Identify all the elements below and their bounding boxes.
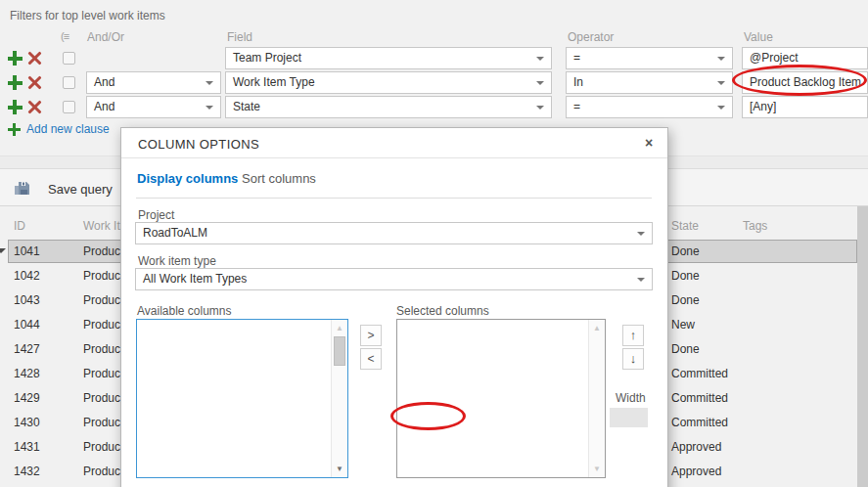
cell-state: Committed bbox=[671, 386, 728, 411]
scroll-down-icon[interactable]: ▼ bbox=[589, 465, 605, 473]
field-select[interactable]: Work Item Type bbox=[225, 71, 552, 94]
list-item[interactable] bbox=[397, 321, 588, 336]
grid-header-work-item-type[interactable]: Work It bbox=[83, 219, 120, 233]
list-item[interactable] bbox=[137, 399, 331, 415]
list-scrollbar[interactable]: ▲ ▼ bbox=[331, 320, 347, 477]
project-select[interactable]: RoadToALM bbox=[135, 222, 653, 244]
move-down-button[interactable]: ↓ bbox=[622, 348, 644, 370]
clause-checkbox[interactable] bbox=[63, 101, 75, 113]
row-context-chevron-icon[interactable] bbox=[0, 248, 6, 258]
list-scrollbar[interactable]: ▲ ▼ bbox=[588, 320, 605, 477]
cell-work-item-type: Produc bbox=[83, 362, 120, 386]
save-icon bbox=[14, 181, 30, 197]
project-value: RoadToALM bbox=[136, 223, 652, 244]
query-clause-row: And Work Item Type In Product Backlog It… bbox=[0, 71, 868, 94]
list-item[interactable] bbox=[397, 336, 588, 352]
remove-clause-icon[interactable] bbox=[27, 75, 42, 90]
column-header-andor: And/Or bbox=[87, 30, 124, 44]
value-input[interactable]: @Project bbox=[742, 47, 868, 69]
list-item[interactable] bbox=[397, 415, 588, 430]
chevron-down-icon bbox=[637, 232, 645, 236]
cell-state: Committed bbox=[671, 411, 728, 435]
cell-work-item-type: Produc bbox=[83, 337, 120, 362]
cell-id: 1429 bbox=[14, 386, 40, 411]
remove-clause-icon[interactable] bbox=[27, 100, 42, 114]
list-item[interactable] bbox=[137, 462, 331, 477]
operator-select[interactable]: = bbox=[566, 47, 733, 69]
work-item-type-value: All Work Item Types bbox=[136, 269, 652, 289]
tab-display-columns[interactable]: Display columns bbox=[137, 171, 238, 186]
grid-header-id[interactable]: ID bbox=[14, 219, 25, 233]
scrollbar-thumb[interactable] bbox=[334, 336, 345, 366]
andor-select[interactable]: And bbox=[86, 71, 221, 94]
grid-header-state[interactable]: State bbox=[671, 219, 699, 233]
cell-work-item-type: Produc bbox=[83, 264, 120, 288]
cell-state: Done bbox=[671, 264, 700, 288]
scroll-up-icon[interactable]: ▲ bbox=[589, 324, 605, 332]
list-item[interactable] bbox=[397, 352, 588, 368]
field-value: State bbox=[226, 97, 551, 117]
list-item[interactable] bbox=[137, 446, 331, 462]
list-item[interactable] bbox=[137, 415, 331, 430]
filters-title: Filters for top level work items bbox=[10, 9, 165, 22]
available-columns-list[interactable]: ▲ ▼ bbox=[136, 319, 348, 478]
clause-rows: Team Project = @Project And Work Item Ty… bbox=[0, 47, 868, 120]
list-item[interactable] bbox=[137, 430, 331, 446]
field-select[interactable]: State bbox=[225, 96, 552, 118]
andor-select[interactable]: And bbox=[86, 96, 221, 118]
grid-vertical-scrollbar[interactable] bbox=[857, 206, 868, 487]
column-header-value: Value bbox=[744, 30, 773, 44]
chevron-down-icon bbox=[206, 81, 213, 85]
operator-value: In bbox=[567, 72, 732, 93]
list-item[interactable] bbox=[137, 383, 331, 399]
cell-id: 1044 bbox=[14, 313, 40, 337]
width-input[interactable] bbox=[610, 408, 648, 427]
dialog-title: COLUMN OPTIONS bbox=[138, 137, 259, 152]
list-item[interactable] bbox=[137, 352, 331, 368]
add-clause-icon[interactable] bbox=[8, 51, 23, 66]
operator-select[interactable]: In bbox=[566, 71, 733, 94]
clause-checkbox[interactable] bbox=[63, 52, 75, 65]
operator-select[interactable]: = bbox=[566, 96, 733, 118]
clause-checkbox[interactable] bbox=[63, 76, 75, 89]
dialog-title-divider bbox=[121, 157, 667, 158]
field-value: Work Item Type bbox=[226, 72, 551, 93]
cell-id: 1043 bbox=[14, 288, 40, 313]
move-up-button[interactable]: ↑ bbox=[622, 325, 644, 346]
selected-columns-list[interactable]: ▲ ▼ bbox=[396, 319, 606, 478]
cell-work-item-type: Produc bbox=[83, 288, 120, 313]
close-icon[interactable]: × bbox=[640, 134, 658, 152]
add-clause-icon[interactable] bbox=[8, 75, 23, 90]
cell-state: Done bbox=[671, 337, 700, 362]
andor-value: And bbox=[87, 97, 220, 117]
remove-column-button[interactable]: < bbox=[360, 348, 382, 370]
scroll-down-icon[interactable]: ▼ bbox=[332, 465, 347, 473]
tab-divider bbox=[136, 198, 652, 199]
tab-sort-columns[interactable]: Sort columns bbox=[242, 171, 316, 186]
field-select[interactable]: Team Project bbox=[225, 47, 552, 69]
list-item[interactable] bbox=[397, 399, 588, 415]
value-input[interactable]: Product Backlog Item bbox=[742, 71, 868, 94]
operator-value: = bbox=[567, 97, 732, 117]
cell-work-item-type: Produc bbox=[83, 386, 120, 411]
project-label: Project bbox=[138, 208, 174, 222]
list-item[interactable] bbox=[397, 383, 588, 399]
list-item[interactable] bbox=[137, 321, 331, 336]
group-clauses-icon[interactable]: (≡ bbox=[61, 30, 69, 42]
work-item-type-select[interactable]: All Work Item Types bbox=[135, 268, 653, 290]
list-item[interactable] bbox=[137, 336, 331, 352]
cell-id: 1041 bbox=[14, 240, 40, 264]
add-clause-icon[interactable] bbox=[8, 100, 23, 114]
value-input[interactable]: [Any] bbox=[742, 96, 868, 118]
grid-header-tags[interactable]: Tags bbox=[743, 219, 767, 233]
available-items bbox=[137, 321, 331, 477]
andor-value: And bbox=[87, 72, 220, 93]
remove-clause-icon[interactable] bbox=[27, 51, 42, 66]
add-column-button[interactable]: > bbox=[360, 325, 382, 346]
work-item-type-label: Work item type bbox=[138, 254, 216, 268]
chevron-down-icon bbox=[717, 81, 725, 85]
column-header-operator: Operator bbox=[568, 30, 614, 44]
list-item[interactable] bbox=[137, 368, 331, 383]
scroll-up-icon[interactable]: ▲ bbox=[332, 324, 347, 332]
list-item[interactable] bbox=[397, 368, 588, 383]
